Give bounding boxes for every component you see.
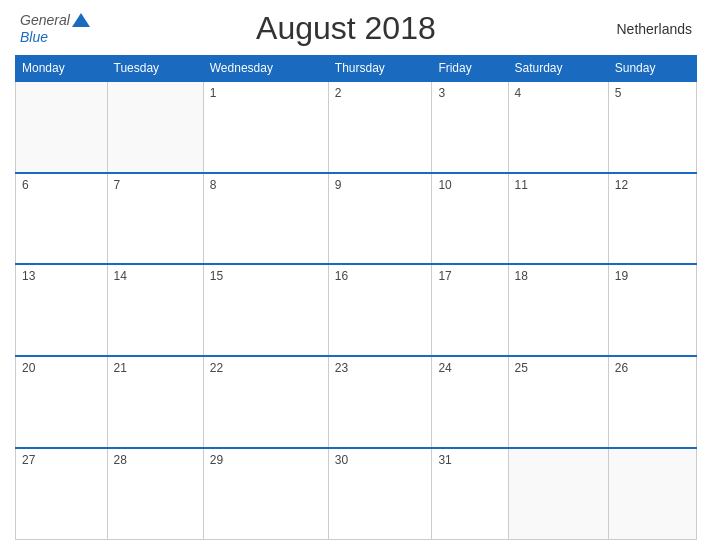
day-cell-3-5: 25: [508, 356, 608, 448]
day-number-15: 15: [210, 269, 223, 283]
day-cell-3-1: 21: [107, 356, 203, 448]
day-cell-4-6: [608, 448, 696, 540]
header-saturday: Saturday: [508, 56, 608, 82]
day-number-18: 18: [515, 269, 528, 283]
week-row-4: 20212223242526: [16, 356, 697, 448]
header-tuesday: Tuesday: [107, 56, 203, 82]
day-number-13: 13: [22, 269, 35, 283]
day-cell-2-5: 18: [508, 264, 608, 356]
day-cell-1-2: 8: [203, 173, 328, 265]
header-friday: Friday: [432, 56, 508, 82]
day-number-8: 8: [210, 178, 217, 192]
day-cell-1-3: 9: [328, 173, 432, 265]
header-wednesday: Wednesday: [203, 56, 328, 82]
day-cell-0-1: [107, 81, 203, 173]
calendar-table: Monday Tuesday Wednesday Thursday Friday…: [15, 55, 697, 540]
week-row-3: 13141516171819: [16, 264, 697, 356]
day-number-12: 12: [615, 178, 628, 192]
day-cell-1-5: 11: [508, 173, 608, 265]
week-row-2: 6789101112: [16, 173, 697, 265]
day-cell-0-2: 1: [203, 81, 328, 173]
day-number-23: 23: [335, 361, 348, 375]
day-cell-2-6: 19: [608, 264, 696, 356]
day-cell-4-0: 27: [16, 448, 108, 540]
day-cell-3-3: 23: [328, 356, 432, 448]
day-number-6: 6: [22, 178, 29, 192]
day-number-17: 17: [438, 269, 451, 283]
day-cell-4-5: [508, 448, 608, 540]
day-cell-1-4: 10: [432, 173, 508, 265]
header-thursday: Thursday: [328, 56, 432, 82]
day-number-28: 28: [114, 453, 127, 467]
day-cell-1-0: 6: [16, 173, 108, 265]
day-number-5: 5: [615, 86, 622, 100]
day-cell-0-4: 3: [432, 81, 508, 173]
header-sunday: Sunday: [608, 56, 696, 82]
day-cell-4-1: 28: [107, 448, 203, 540]
day-number-4: 4: [515, 86, 522, 100]
day-cell-3-4: 24: [432, 356, 508, 448]
day-number-26: 26: [615, 361, 628, 375]
day-number-27: 27: [22, 453, 35, 467]
day-number-19: 19: [615, 269, 628, 283]
logo: General Blue: [20, 11, 90, 45]
day-number-25: 25: [515, 361, 528, 375]
days-header-row: Monday Tuesday Wednesday Thursday Friday…: [16, 56, 697, 82]
calendar-container: General Blue August 2018 Netherlands Mon…: [0, 0, 712, 550]
day-cell-1-6: 12: [608, 173, 696, 265]
day-number-1: 1: [210, 86, 217, 100]
day-cell-3-6: 26: [608, 356, 696, 448]
day-cell-3-2: 22: [203, 356, 328, 448]
day-cell-2-3: 16: [328, 264, 432, 356]
day-number-20: 20: [22, 361, 35, 375]
day-number-3: 3: [438, 86, 445, 100]
day-cell-0-3: 2: [328, 81, 432, 173]
day-number-7: 7: [114, 178, 121, 192]
country-label: Netherlands: [602, 21, 692, 37]
day-cell-4-2: 29: [203, 448, 328, 540]
day-cell-2-1: 14: [107, 264, 203, 356]
day-number-9: 9: [335, 178, 342, 192]
month-title: August 2018: [90, 10, 602, 47]
day-number-24: 24: [438, 361, 451, 375]
logo-blue-text: Blue: [20, 28, 90, 46]
day-cell-2-2: 15: [203, 264, 328, 356]
svg-marker-0: [72, 13, 90, 27]
day-number-10: 10: [438, 178, 451, 192]
day-number-31: 31: [438, 453, 451, 467]
day-number-30: 30: [335, 453, 348, 467]
day-cell-4-3: 30: [328, 448, 432, 540]
week-row-5: 2728293031: [16, 448, 697, 540]
header-monday: Monday: [16, 56, 108, 82]
day-cell-2-0: 13: [16, 264, 108, 356]
day-cell-0-5: 4: [508, 81, 608, 173]
day-number-11: 11: [515, 178, 528, 192]
day-cell-0-0: [16, 81, 108, 173]
day-cell-4-4: 31: [432, 448, 508, 540]
week-row-1: 12345: [16, 81, 697, 173]
day-number-16: 16: [335, 269, 348, 283]
day-cell-2-4: 17: [432, 264, 508, 356]
calendar-body: 1234567891011121314151617181920212223242…: [16, 81, 697, 540]
calendar-header: General Blue August 2018 Netherlands: [15, 10, 697, 47]
day-cell-0-6: 5: [608, 81, 696, 173]
day-cell-1-1: 7: [107, 173, 203, 265]
day-number-21: 21: [114, 361, 127, 375]
day-number-2: 2: [335, 86, 342, 100]
day-number-29: 29: [210, 453, 223, 467]
day-number-22: 22: [210, 361, 223, 375]
logo-flag-icon: [72, 13, 90, 27]
day-cell-3-0: 20: [16, 356, 108, 448]
day-number-14: 14: [114, 269, 127, 283]
